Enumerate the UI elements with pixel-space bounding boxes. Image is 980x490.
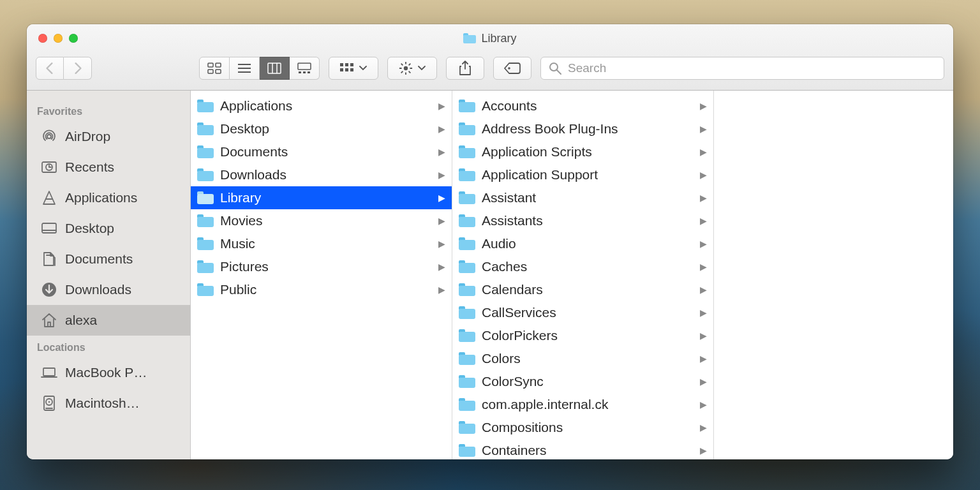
sidebar-item-label: Applications (65, 190, 137, 205)
view-list-button[interactable] (230, 57, 260, 80)
folder-row[interactable]: Compositions▶ (452, 416, 713, 439)
folder-icon (459, 329, 475, 342)
svg-rect-0 (208, 63, 213, 67)
sidebar-item-alexa[interactable]: alexa (27, 305, 190, 336)
folder-row[interactable]: Downloads▶ (191, 163, 452, 186)
sidebar-item-macintosh-[interactable]: Macintosh… (27, 388, 190, 419)
folder-icon (459, 214, 475, 227)
svg-point-32 (47, 135, 51, 138)
svg-point-29 (508, 67, 510, 70)
search-field[interactable]: Search (540, 57, 944, 80)
sidebar-item-label: Documents (65, 251, 133, 267)
svg-point-20 (404, 66, 408, 70)
folder-row[interactable]: Applications▶ (191, 94, 452, 117)
minimize-button[interactable] (54, 34, 63, 43)
folder-name: Application Scripts (482, 144, 694, 160)
folder-icon (459, 100, 475, 112)
folder-row[interactable]: Colors▶ (452, 347, 713, 370)
close-button[interactable] (38, 34, 47, 43)
svg-point-30 (550, 63, 558, 71)
folder-row[interactable]: Calendars▶ (452, 278, 713, 301)
folder-icon (459, 375, 475, 388)
titlebar: Library (27, 24, 953, 91)
folder-row[interactable]: Pictures▶ (191, 255, 452, 278)
svg-line-25 (401, 63, 403, 65)
folder-row[interactable]: Movies▶ (191, 209, 452, 232)
maximize-button[interactable] (69, 34, 78, 43)
folder-name: Application Support (482, 167, 694, 182)
tags-button[interactable] (493, 57, 531, 80)
folder-row[interactable]: Accounts▶ (452, 94, 713, 117)
chevron-right-icon: ▶ (700, 285, 707, 295)
sidebar-item-recents[interactable]: Recents (27, 152, 190, 182)
finder-window: Library (27, 24, 953, 459)
sidebar-item-label: MacBook P… (65, 365, 147, 380)
sidebar-item-macbook-p-[interactable]: MacBook P… (27, 357, 190, 388)
view-icon-button[interactable] (199, 57, 230, 80)
folder-row[interactable]: Assistants▶ (452, 209, 713, 232)
folder-icon (459, 283, 475, 296)
traffic-lights (38, 34, 78, 43)
folder-icon (459, 306, 475, 319)
folder-icon (459, 398, 475, 411)
share-button[interactable] (446, 57, 484, 80)
folder-icon (459, 237, 475, 250)
folder-icon (459, 352, 475, 365)
folder-row[interactable]: com.apple.internal.ck▶ (452, 393, 713, 416)
sidebar-item-desktop[interactable]: Desktop (27, 213, 190, 244)
folder-row[interactable]: Address Book Plug-Ins▶ (452, 117, 713, 140)
columns: Applications▶Desktop▶Documents▶Downloads… (191, 91, 953, 459)
sidebar-item-applications[interactable]: Applications (27, 182, 190, 213)
window-body: FavoritesAirDropRecentsApplicationsDeskt… (27, 91, 953, 459)
folder-icon (197, 237, 214, 250)
folder-row[interactable]: Library▶ (191, 186, 452, 209)
chevron-right-icon: ▶ (700, 445, 707, 456)
folder-row[interactable]: CallServices▶ (452, 301, 713, 324)
action-button[interactable] (387, 57, 437, 80)
folder-name: Caches (482, 259, 694, 274)
folder-name: Address Book Plug-Ins (482, 121, 694, 137)
svg-rect-1 (216, 63, 221, 67)
chevron-right-icon: ▶ (700, 170, 707, 180)
sidebar-item-airdrop[interactable]: AirDrop (27, 121, 190, 152)
window-title-text: Library (481, 32, 516, 45)
sidebar-item-downloads[interactable]: Downloads (27, 274, 190, 305)
svg-rect-15 (345, 63, 348, 66)
folder-name: Compositions (482, 420, 694, 435)
folder-name: Pictures (220, 259, 432, 274)
svg-rect-16 (350, 63, 353, 66)
folder-row[interactable]: ColorSync▶ (452, 370, 713, 393)
folder-row[interactable]: Application Scripts▶ (452, 140, 713, 163)
sidebar-item-label: Recents (65, 160, 114, 175)
search-placeholder: Search (568, 61, 606, 75)
forward-button[interactable] (64, 57, 92, 80)
folder-row[interactable]: ColorPickers▶ (452, 324, 713, 347)
window-title: Library (27, 32, 953, 45)
chevron-right-icon: ▶ (700, 399, 707, 410)
folder-row[interactable]: Assistant▶ (452, 186, 713, 209)
folder-name: Containers (482, 443, 694, 458)
chevron-right-icon: ▶ (438, 170, 445, 180)
folder-row[interactable]: Public▶ (191, 278, 452, 301)
chevron-right-icon: ▶ (700, 216, 707, 226)
group-by-button[interactable] (329, 57, 378, 80)
svg-rect-11 (299, 71, 301, 73)
view-column-button[interactable] (260, 57, 290, 80)
folder-row[interactable]: Desktop▶ (191, 117, 452, 140)
folder-row[interactable]: Containers▶ (452, 439, 713, 459)
folder-row[interactable]: Music▶ (191, 232, 452, 255)
folder-name: CallServices (482, 305, 694, 320)
svg-line-26 (409, 71, 411, 73)
sidebar-item-label: Macintosh… (65, 396, 140, 411)
folder-icon (197, 168, 214, 181)
view-gallery-button[interactable] (290, 57, 320, 80)
folder-name: Music (220, 236, 432, 251)
folder-row[interactable]: Caches▶ (452, 255, 713, 278)
sidebar-item-documents[interactable]: Documents (27, 244, 190, 274)
toolbar: Search (27, 52, 953, 90)
folder-row[interactable]: Application Support▶ (452, 163, 713, 186)
folder-row[interactable]: Audio▶ (452, 232, 713, 255)
back-button[interactable] (36, 57, 64, 80)
folder-row[interactable]: Documents▶ (191, 140, 452, 163)
desktop-icon (41, 221, 57, 235)
